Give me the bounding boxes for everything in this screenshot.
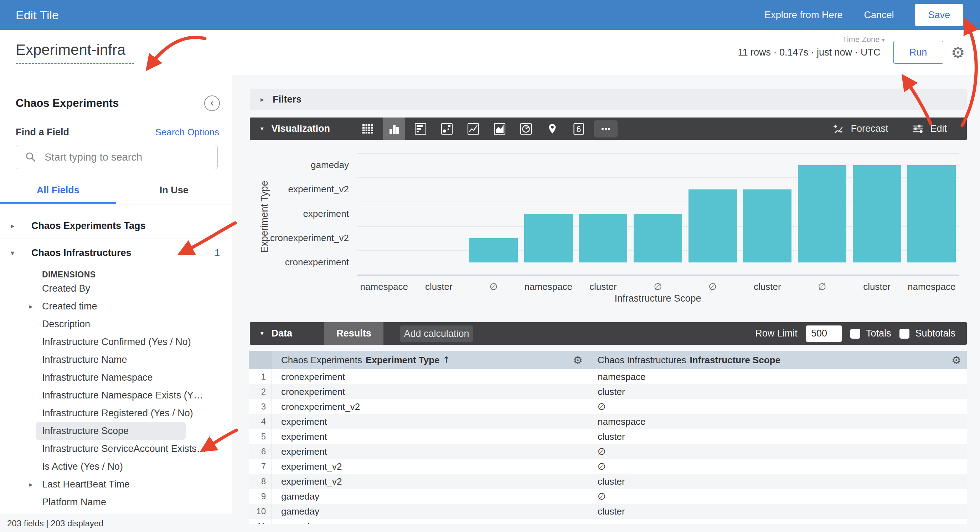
- chevron-right-icon[interactable]: ▸: [29, 302, 33, 311]
- cell-infrastructure-scope[interactable]: ∅: [589, 489, 967, 504]
- cell-experiment-type[interactable]: gameday: [272, 519, 589, 524]
- bar--cronexperiment-v2[interactable]: [469, 238, 518, 262]
- single-value-icon[interactable]: 6: [568, 118, 590, 140]
- row-number: 4: [249, 414, 272, 429]
- column-gear-icon[interactable]: ⚙: [573, 354, 583, 367]
- bar-cluster-gameday[interactable]: [853, 165, 901, 262]
- forecast-sparkle-icon: [831, 122, 845, 136]
- tile-name[interactable]: Experiment-infra: [16, 41, 126, 58]
- map-chart-icon[interactable]: [541, 118, 563, 140]
- sidebar-field-infrastructure-confirmed-yes-no[interactable]: Infrastructure Confirmed (Yes / No): [0, 333, 232, 351]
- cell-experiment-type[interactable]: experiment_v2: [272, 474, 589, 489]
- results-tab[interactable]: Results: [324, 322, 383, 345]
- column-header-infrastructure-scope[interactable]: Chaos Infrastructures Infrastructure Sco…: [589, 351, 967, 369]
- column-gear-icon[interactable]: ⚙: [951, 354, 961, 367]
- x-axis-line: [357, 275, 959, 276]
- sidebar-field-infrastructure-namespace-exists-y[interactable]: Infrastructure Namespace Exists (Y…: [0, 386, 232, 404]
- bar--gameday[interactable]: [798, 165, 846, 262]
- line-chart-icon[interactable]: [462, 118, 484, 140]
- save-button[interactable]: Save: [915, 4, 963, 26]
- edit-viz-button[interactable]: Edit: [911, 122, 947, 136]
- cell-experiment-type[interactable]: gameday: [272, 489, 589, 504]
- tab-all-fields[interactable]: All Fields: [0, 185, 116, 204]
- field-search-input[interactable]: Start typing to search: [16, 145, 218, 169]
- cell-infrastructure-scope[interactable]: namespace: [589, 519, 967, 524]
- tab-in-use[interactable]: In Use: [116, 185, 232, 204]
- sidebar-field-infrastructure-namespace[interactable]: Infrastructure Namespace: [0, 368, 232, 386]
- chevron-down-icon[interactable]: ▾: [11, 249, 14, 257]
- scatter-chart-icon[interactable]: [436, 118, 458, 140]
- row-number: 9: [249, 489, 272, 504]
- cell-infrastructure-scope[interactable]: cluster: [589, 474, 967, 489]
- row-number: 10: [249, 504, 272, 519]
- cell-experiment-type[interactable]: experiment_v2: [272, 459, 589, 474]
- sidebar-field-platform-name[interactable]: Platform Name: [0, 493, 232, 511]
- chevron-down-icon: ▾: [882, 37, 885, 43]
- table-chart-icon[interactable]: [357, 118, 379, 140]
- chevron-down-icon[interactable]: ▾: [261, 330, 264, 337]
- cell-experiment-type[interactable]: experiment: [272, 414, 589, 429]
- explore-from-here-button[interactable]: Explore from Here: [764, 10, 842, 21]
- totals-checkbox[interactable]: [850, 329, 860, 339]
- column-header-experiment-type[interactable]: Chaos Experiments Experiment Type ↑ ⚙: [272, 351, 589, 369]
- bar-chart-icon[interactable]: [409, 118, 431, 140]
- bar--experiment[interactable]: [634, 214, 682, 262]
- cell-experiment-type[interactable]: gameday: [272, 504, 589, 519]
- group-chaos-infrastructures[interactable]: ▾ Chaos Infrastructures 1: [0, 242, 232, 264]
- chevron-right-icon[interactable]: ▸: [261, 95, 264, 103]
- subtotals-checkbox[interactable]: [899, 329, 910, 339]
- top-bar: Edit Tile Explore from Here Cancel Save: [0, 0, 980, 30]
- sidebar-field-infrastructure-serviceaccount-exists[interactable]: Infrastructure ServiceAccount Exists…: [0, 440, 232, 457]
- bar--experiment-v2[interactable]: [689, 189, 737, 262]
- cell-experiment-type[interactable]: cronexperiment: [272, 369, 589, 384]
- y-tick-label: cronexperiment_v2: [242, 232, 349, 244]
- cell-experiment-type[interactable]: cronexperiment_v2: [272, 399, 589, 414]
- cancel-button[interactable]: Cancel: [864, 10, 894, 21]
- filters-section-bar[interactable]: ▸ Filters: [250, 89, 967, 110]
- timezone-selector[interactable]: Time Zone ▾: [842, 35, 885, 44]
- sidebar-field-created-time[interactable]: ▸Created time: [0, 297, 232, 315]
- cell-infrastructure-scope[interactable]: cluster: [589, 384, 967, 399]
- sidebar-field-infrastructure-registered-yes-no[interactable]: Infrastructure Registered (Yes / No): [0, 404, 232, 422]
- bar-cluster-experiment[interactable]: [579, 214, 627, 262]
- cell-infrastructure-scope[interactable]: ∅: [589, 399, 967, 414]
- search-options-link[interactable]: Search Options: [155, 127, 219, 138]
- settings-gear-icon[interactable]: ⚙: [951, 43, 965, 62]
- run-button[interactable]: Run: [893, 41, 943, 64]
- tile-name-field[interactable]: Experiment-infra: [16, 41, 134, 64]
- cell-experiment-type[interactable]: experiment: [272, 444, 589, 459]
- more-icon[interactable]: [594, 121, 617, 137]
- cell-infrastructure-scope[interactable]: cluster: [589, 504, 967, 519]
- area-chart-icon[interactable]: [488, 118, 511, 140]
- field-label: Infrastructure Registered (Yes / No): [42, 408, 193, 419]
- pie-chart-icon[interactable]: [515, 118, 537, 140]
- bar-cluster-experiment-v2[interactable]: [743, 189, 791, 262]
- bar-namespace-experiment[interactable]: [524, 214, 573, 262]
- sidebar-field-infrastructure-scope[interactable]: Infrastructure Scope: [36, 422, 186, 440]
- sidebar-field-last-heartbeat-time[interactable]: ▸Last HeartBeat Time: [0, 475, 232, 493]
- add-calculation-button[interactable]: Add calculation: [400, 326, 473, 342]
- field-label: Platform Name: [42, 497, 106, 508]
- cell-infrastructure-scope[interactable]: cluster: [589, 429, 967, 444]
- cell-infrastructure-scope[interactable]: ∅: [589, 459, 967, 474]
- chevron-down-icon[interactable]: ▾: [261, 125, 264, 132]
- cell-infrastructure-scope[interactable]: namespace: [589, 369, 967, 384]
- sidebar-field-infrastructure-name[interactable]: Infrastructure Name: [0, 351, 232, 368]
- table-row: 4experimentnamespace: [249, 414, 967, 429]
- group-chaos-experiments-tags[interactable]: ▸ Chaos Experiments Tags: [0, 216, 232, 236]
- collapse-sidebar-icon[interactable]: ‹: [204, 95, 220, 111]
- sidebar-field-is-active-yes-no[interactable]: Is Active (Yes / No): [0, 457, 232, 475]
- bar-namespace-gameday[interactable]: [907, 165, 956, 262]
- field-count-footer: 203 fields | 203 displayed: [0, 515, 232, 532]
- sidebar-field-created-by[interactable]: Created By: [0, 279, 232, 297]
- column-chart-icon[interactable]: [383, 118, 405, 140]
- row-limit-input[interactable]: [806, 326, 842, 342]
- chevron-right-icon[interactable]: ▸: [11, 221, 14, 230]
- forecast-button[interactable]: Forecast: [831, 122, 888, 136]
- cell-experiment-type[interactable]: cronexperiment: [272, 384, 589, 399]
- chevron-right-icon[interactable]: ▸: [29, 480, 33, 489]
- cell-experiment-type[interactable]: experiment: [272, 429, 589, 444]
- sidebar-field-description[interactable]: Description: [0, 315, 232, 333]
- cell-infrastructure-scope[interactable]: ∅: [589, 444, 967, 459]
- cell-infrastructure-scope[interactable]: namespace: [589, 414, 967, 429]
